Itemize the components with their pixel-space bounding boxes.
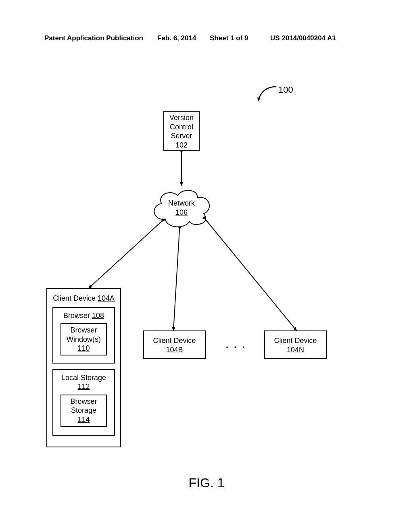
browser-window-ref: 110 xyxy=(64,344,104,353)
browser-window-box: Browser Window(s) 110 xyxy=(60,323,107,355)
client-device-b-box: Client Device 104B xyxy=(143,330,206,359)
client-n-ref: 104N xyxy=(267,345,323,355)
vcs-label: Version Control Server xyxy=(167,113,196,141)
browser-window-label: Browser Window(s) xyxy=(64,326,104,344)
client-device-n-box: Client Device 104N xyxy=(264,330,327,359)
client-device-a-box: Client Device 104A Browser 108 Browser W… xyxy=(46,288,121,447)
local-storage-box: Local Storage 112 Browser Storage 114 xyxy=(52,369,115,436)
publication-date: Feb. 6, 2014 xyxy=(157,34,196,42)
svg-line-3 xyxy=(206,220,296,330)
network-label: Network 106 xyxy=(168,199,195,217)
vcs-ref: 102 xyxy=(167,141,196,150)
browser-storage-box: Browser Storage 114 xyxy=(60,395,107,427)
browser-storage-ref: 114 xyxy=(64,415,104,424)
browser-box: Browser 108 Browser Window(s) 110 xyxy=(52,307,115,364)
sheet-number: Sheet 1 of 9 xyxy=(210,34,248,42)
figure-caption: FIG. 1 xyxy=(189,476,225,490)
client-b-ref: 104B xyxy=(146,345,202,355)
client-a-title: Client Device 104A xyxy=(50,294,118,303)
figure-1-diagram: 100 Version Control Server 102 Network xyxy=(0,73,413,508)
local-storage-ref: 112 xyxy=(56,382,112,391)
network-cloud: Network 106 xyxy=(149,185,214,230)
browser-title: Browser 108 xyxy=(56,311,112,320)
page: Patent Application Publication Feb. 6, 2… xyxy=(0,0,413,532)
ellipsis: . . . xyxy=(226,340,246,350)
svg-line-1 xyxy=(89,222,161,288)
figure-reference-label: 100 xyxy=(278,85,293,95)
publication-label: Patent Application Publication xyxy=(44,34,143,42)
browser-storage-label: Browser Storage xyxy=(64,397,104,415)
publication-number: US 2014/0040204 A1 xyxy=(270,34,336,42)
svg-line-2 xyxy=(173,230,179,330)
client-n-label: Client Device xyxy=(267,336,323,345)
local-storage-title: Local Storage xyxy=(56,373,112,382)
client-b-label: Client Device xyxy=(146,336,202,345)
version-control-server-box: Version Control Server 102 xyxy=(163,111,200,151)
